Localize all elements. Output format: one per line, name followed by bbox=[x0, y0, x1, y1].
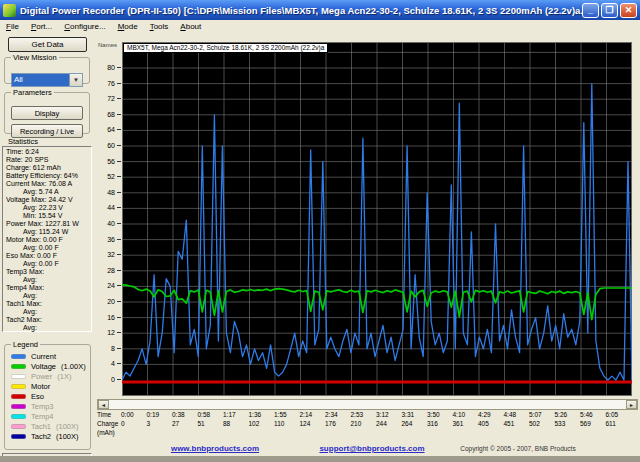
title-bar[interactable]: Digital Power Recorder (DPR-II-150) [C:\… bbox=[0, 0, 640, 20]
stat-line: Min: 15.54 V bbox=[6, 212, 91, 220]
x-charge-label: 361 bbox=[453, 420, 479, 428]
y-tick-label: 32 bbox=[95, 251, 121, 259]
menu-item-mode[interactable]: Mode bbox=[112, 20, 144, 33]
x-charge-label: 3 bbox=[147, 420, 173, 428]
stat-line: Avg: 0.00 F bbox=[6, 244, 91, 252]
menu-item-port[interactable]: Port... bbox=[25, 20, 58, 33]
legend-item-tach2[interactable]: Tach2(100X) bbox=[9, 431, 86, 441]
stat-line: Battery Efficiency: 64% bbox=[6, 172, 91, 180]
display-button[interactable]: Display bbox=[11, 106, 83, 120]
y-tick-mark bbox=[117, 67, 121, 68]
legend-items: CurrentVoltage(1.00X)Power(1X)MotorEsoTe… bbox=[9, 351, 86, 441]
y-tick-label: 76 bbox=[95, 80, 121, 88]
minimize-button[interactable]: _ bbox=[582, 3, 599, 18]
y-tick-mark bbox=[117, 161, 121, 162]
restore-button[interactable]: ❐ bbox=[601, 3, 618, 18]
legend-item-voltage[interactable]: Voltage(1.00X) bbox=[9, 361, 86, 371]
x-time-label: 6:05 bbox=[606, 411, 632, 419]
legend-item-name: Tach2 bbox=[31, 432, 51, 441]
chart-canvas bbox=[122, 42, 632, 396]
scrollbar-track[interactable] bbox=[109, 400, 626, 409]
menu-item-about[interactable]: About bbox=[174, 20, 207, 33]
stat-line: Eso Max: 0.00 F bbox=[6, 252, 91, 260]
x-time-label: 5:07 bbox=[529, 411, 555, 419]
x-charge-label: 0 bbox=[121, 420, 147, 428]
x-charge-label: 88 bbox=[223, 420, 249, 428]
x-time-label: 2:14 bbox=[300, 411, 326, 419]
y-tick-mark bbox=[117, 285, 121, 286]
legend-item-scale: (1X) bbox=[57, 372, 71, 381]
legend-item-motor[interactable]: Motor bbox=[9, 381, 86, 391]
stat-line: Avg: bbox=[6, 276, 91, 284]
x-charge-label: 611 bbox=[606, 420, 632, 428]
x-charge-label: 405 bbox=[478, 420, 504, 428]
x-charge-label: 316 bbox=[427, 420, 453, 428]
stat-line: Temp3 Max: bbox=[6, 268, 91, 276]
legend-item-temp4[interactable]: Temp4 bbox=[9, 411, 86, 421]
recording-live-button[interactable]: Recording / Live bbox=[11, 124, 83, 138]
legend-item-temp3[interactable]: Temp3 bbox=[9, 401, 86, 411]
legend-item-name: Motor bbox=[31, 382, 50, 391]
y-tick-mark bbox=[117, 332, 121, 333]
y-tick-label: 36 bbox=[95, 236, 121, 244]
y-tick-label: 12 bbox=[95, 329, 121, 337]
legend-item-eso[interactable]: Eso bbox=[9, 391, 86, 401]
get-data-button[interactable]: Get Data bbox=[8, 37, 87, 52]
website-link[interactable]: www.bnbproducts.com bbox=[155, 444, 275, 453]
view-mission-group: View Mission All ▼ bbox=[4, 53, 90, 84]
combo-dropdown-icon[interactable]: ▼ bbox=[69, 74, 82, 86]
charge-unit-label: (mAh) bbox=[97, 429, 115, 436]
parameters-label: Parameters bbox=[11, 88, 54, 97]
horizontal-scrollbar[interactable]: ◄ ► bbox=[97, 399, 638, 410]
legend-item-tach1[interactable]: Tach1(100X) bbox=[9, 421, 86, 431]
x-time-label: 0:19 bbox=[147, 411, 173, 419]
x-charge-label: 502 bbox=[529, 420, 555, 428]
stat-line: Tach1 Max: bbox=[6, 300, 91, 308]
x-time-label: 0:38 bbox=[172, 411, 198, 419]
legend-color-swatch bbox=[11, 434, 26, 439]
y-tick-label: 16 bbox=[95, 314, 121, 322]
chart-pane: Names 8076726864605652484440363228242016… bbox=[95, 33, 640, 462]
legend-item-name: Tach1 bbox=[31, 422, 51, 431]
y-tick-label: 4 bbox=[95, 360, 121, 368]
legend-item-name: Temp4 bbox=[31, 412, 54, 421]
y-tick-label: 20 bbox=[95, 298, 121, 306]
stat-line: Avg: bbox=[6, 324, 91, 332]
view-mission-label: View Mission bbox=[11, 53, 59, 62]
scroll-right-icon[interactable]: ► bbox=[626, 400, 637, 409]
scroll-left-icon[interactable]: ◄ bbox=[98, 400, 109, 409]
menu-item-configure[interactable]: Configure... bbox=[58, 20, 111, 33]
y-tick-mark bbox=[117, 301, 121, 302]
legend-item-power[interactable]: Power(1X) bbox=[9, 371, 86, 381]
close-button[interactable]: ✕ bbox=[620, 3, 637, 18]
window-controls: _❐✕ bbox=[582, 3, 637, 18]
chart-plot[interactable]: MBX5T, Mega Acn22-30-2, Schulze 18.61K, … bbox=[122, 42, 632, 396]
menu-item-file[interactable]: File bbox=[0, 20, 25, 33]
legend-item-name: Eso bbox=[31, 392, 44, 401]
x-time-label: 1:17 bbox=[223, 411, 249, 419]
mission-combobox[interactable]: All ▼ bbox=[11, 73, 83, 87]
stat-line: Avg: 22.23 V bbox=[6, 204, 91, 212]
minimize-icon: _ bbox=[588, 5, 593, 15]
charge-axis-label: Charge bbox=[97, 420, 118, 427]
y-tick-label: 28 bbox=[95, 267, 121, 275]
y-tick-label: 72 bbox=[95, 95, 121, 103]
x-time-label: 5:46 bbox=[580, 411, 606, 419]
stat-line: Tach2 Max: bbox=[6, 316, 91, 324]
x-charge-label: 264 bbox=[402, 420, 428, 428]
y-tick-label: 64 bbox=[95, 126, 121, 134]
menu-item-tools[interactable]: Tools bbox=[144, 20, 175, 33]
x-time-label: 2:34 bbox=[325, 411, 351, 419]
y-tick-mark bbox=[117, 270, 121, 271]
legend-item-current[interactable]: Current bbox=[9, 351, 86, 361]
stat-line: Motor Max: 0.00 F bbox=[6, 236, 91, 244]
x-charge-label: 210 bbox=[351, 420, 377, 428]
y-tick-mark bbox=[117, 83, 121, 84]
legend-group: Legend CurrentVoltage(1.00X)Power(1X)Mot… bbox=[4, 340, 91, 450]
menu-bar: FilePort...Configure...ModeToolsAbout bbox=[0, 20, 640, 33]
statistics-panel: Time: 6:24Rate: 20 SPSCharge: 612 mAhBat… bbox=[2, 146, 92, 332]
stat-line: Voltage Max: 24.42 V bbox=[6, 196, 91, 204]
support-link[interactable]: support@bnbproducts.com bbox=[307, 444, 437, 453]
legend-item-scale: (100X) bbox=[56, 432, 79, 441]
y-tick-mark bbox=[117, 129, 121, 130]
